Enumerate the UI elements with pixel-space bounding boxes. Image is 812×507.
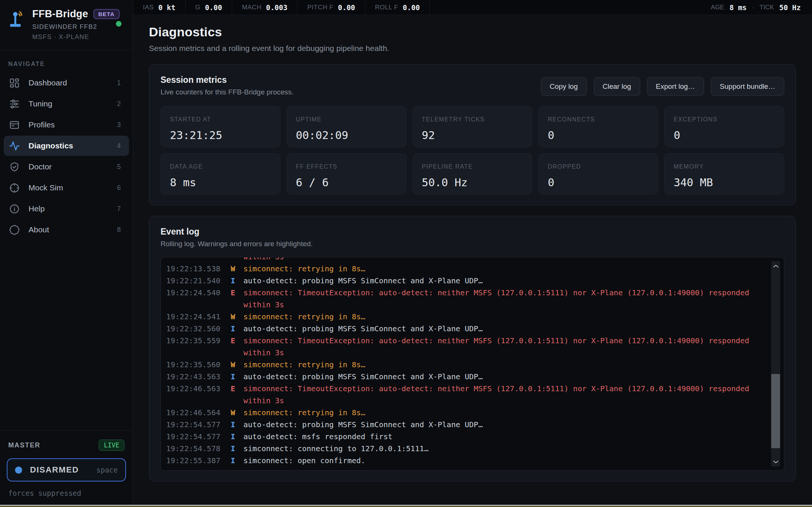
metric-tile: RECONNECTS 0 <box>538 106 658 147</box>
log-timestamp: 19:22:54.578 <box>166 443 231 455</box>
telemetry-label: PITCH F <box>307 4 333 11</box>
nav-item-label: Mock Sim <box>29 183 63 192</box>
log-action-button[interactable]: Copy log <box>541 77 587 96</box>
log-level-badge: W <box>231 311 243 323</box>
log-timestamp: 19:22:24.540 <box>166 287 231 311</box>
telemetry-value: 0.003 <box>266 3 287 12</box>
log-message: simconnect: retrying in 8s… <box>243 359 757 371</box>
metric-label: DROPPED <box>548 163 649 170</box>
telemetry-label: IAS <box>143 4 154 11</box>
log-line: 19:22:32.560 I auto-detect: probing MSFS… <box>166 323 760 335</box>
arm-toggle-button[interactable]: DISARMED space <box>7 458 126 482</box>
log-timestamp: 19:22:21.540 <box>166 275 231 287</box>
log-level-badge: I <box>231 431 243 443</box>
log-action-button[interactable]: Export log… <box>647 77 704 96</box>
connection-status-dot <box>116 21 122 27</box>
metric-label: PIPELINE RATE <box>422 163 523 170</box>
master-label: MASTER <box>8 441 41 449</box>
log-message: simconnect: open confirmed. <box>243 455 757 467</box>
metric-value: 0 <box>548 129 649 142</box>
metric-tile: MEMORY 340 MB <box>664 153 784 194</box>
scrollbar-up-button[interactable] <box>771 261 780 271</box>
metric-value: 23:21:25 <box>170 129 271 142</box>
app-window: FFB-Bridge BETA SIDEWINDER FFB2 MSFS · X… <box>0 0 812 507</box>
age-value: 8 ms <box>729 3 747 12</box>
metric-value: 0 <box>548 176 649 189</box>
log-message: auto-detect: probing MSFS SimConnect and… <box>243 419 757 431</box>
scrollbar-down-button[interactable] <box>771 457 780 467</box>
tick-value: 50 Hz <box>779 3 801 12</box>
nav-item[interactable]: Doctor 5 <box>4 157 129 177</box>
log-timestamp: 19:22:54.577 <box>166 419 231 431</box>
nav-item-label: About <box>29 225 49 234</box>
scrollbar-thumb[interactable] <box>771 374 780 448</box>
log-timestamp: 19:22:54.577 <box>166 431 231 443</box>
session-metrics-card: Session metrics Live counters for this F… <box>149 64 796 205</box>
sidebar: FFB-Bridge BETA SIDEWINDER FFB2 MSFS · X… <box>0 0 133 507</box>
nav-item[interactable]: About 8 <box>4 220 129 240</box>
nav-item-label: Profiles <box>29 120 55 129</box>
telemetry-value: 0.00 <box>403 3 420 12</box>
nav-item[interactable]: Help 7 <box>4 199 129 219</box>
nav-item[interactable]: Dashboard 1 <box>4 73 129 93</box>
log-level-badge: I <box>231 275 243 287</box>
log-level-badge: I <box>231 419 243 431</box>
master-section: MASTER LIVE DISARMED space forces suppre… <box>0 430 133 507</box>
log-timestamp: 19:22:35.559 <box>166 335 231 359</box>
metric-value: 340 MB <box>674 176 775 189</box>
page-subtitle: Session metrics and a rolling event log … <box>149 44 796 53</box>
telemetry-cell: G 0.00 <box>186 0 233 15</box>
forces-note: forces suppressed <box>7 489 126 497</box>
nav-item[interactable]: Profiles 3 <box>4 115 129 135</box>
log-line: 19:22:54.577 I auto-detect: msfs respond… <box>166 431 760 443</box>
metric-tile: TELEMETRY TICKS 92 <box>413 106 533 147</box>
log-line: 19:22:55.387 I simconnect: open confirme… <box>166 455 760 467</box>
log-line: 19:22:24.541 W simconnect: retrying in 8… <box>166 311 760 323</box>
log-line-clipped: within 3s <box>166 257 760 263</box>
session-metrics-title: Session metrics <box>161 75 294 85</box>
metric-label: RECONNECTS <box>548 116 649 123</box>
nav-item-shortcut: 6 <box>117 184 124 192</box>
log-line: 19:22:46.564 W simconnect: retrying in 8… <box>166 407 760 419</box>
log-message: auto-detect: probing MSFS SimConnect and… <box>243 323 757 335</box>
telemetry-label: MACH <box>242 4 261 11</box>
log-timestamp: 19:22:55.387 <box>166 455 231 467</box>
metric-value: 0 <box>674 129 775 142</box>
metric-tile: DROPPED 0 <box>538 153 658 194</box>
log-level-badge: I <box>231 371 243 383</box>
metric-tile: PIPELINE RATE 50.0 Hz <box>413 153 533 194</box>
live-badge: LIVE <box>99 440 125 451</box>
log-level-badge: E <box>231 335 243 359</box>
nav-item-label: Doctor <box>29 162 52 171</box>
log-line: 19:22:35.559 E simconnect: TimeoutExcept… <box>166 335 760 359</box>
tuning-icon <box>9 98 20 109</box>
nav-item[interactable]: Mock Sim 6 <box>4 178 129 198</box>
metric-tile: UPTIME 00:02:09 <box>287 106 407 147</box>
log-level-badge: W <box>231 407 243 419</box>
session-metrics-subtitle: Live counters for this FFB-Bridge proces… <box>161 88 294 96</box>
metric-tile: DATA AGE 8 ms <box>161 153 281 194</box>
log-timestamp: 19:22:43.563 <box>166 371 231 383</box>
telemetry-cell: IAS 0 kt <box>133 0 186 15</box>
main-area: IAS 0 kt G 0.00 MACH 0.003 PITCH F 0.00 … <box>133 0 812 507</box>
telemetry-bar: IAS 0 kt G 0.00 MACH 0.003 PITCH F 0.00 … <box>133 0 812 15</box>
log-level-badge: E <box>231 383 243 407</box>
nav-item[interactable]: Diagnostics 4 <box>4 136 129 156</box>
log-action-button[interactable]: Clear log <box>594 77 640 96</box>
event-log-title: Event log <box>161 227 313 237</box>
metric-tile: STARTED AT 23:21:25 <box>161 106 281 147</box>
log-scrollbar[interactable] <box>771 261 780 467</box>
about-icon <box>9 224 20 235</box>
nav-item-shortcut: 8 <box>117 226 124 234</box>
doctor-icon <box>9 161 20 172</box>
log-action-button[interactable]: Support bundle… <box>711 77 784 96</box>
telemetry-cell: PITCH F 0.00 <box>297 0 365 15</box>
log-level-badge: E <box>231 287 243 311</box>
log-timestamp: 19:22:46.563 <box>166 383 231 407</box>
log-level-badge: I <box>231 455 243 467</box>
event-log-panel[interactable]: within 3s 19:22:13.538 W simconnect: ret… <box>161 257 784 471</box>
nav-item[interactable]: Tuning 2 <box>4 94 129 114</box>
mock-sim-icon <box>9 182 20 193</box>
log-line: 19:22:13.538 W simconnect: retrying in 8… <box>166 263 760 275</box>
log-timestamp: 19:22:35.560 <box>166 359 231 371</box>
